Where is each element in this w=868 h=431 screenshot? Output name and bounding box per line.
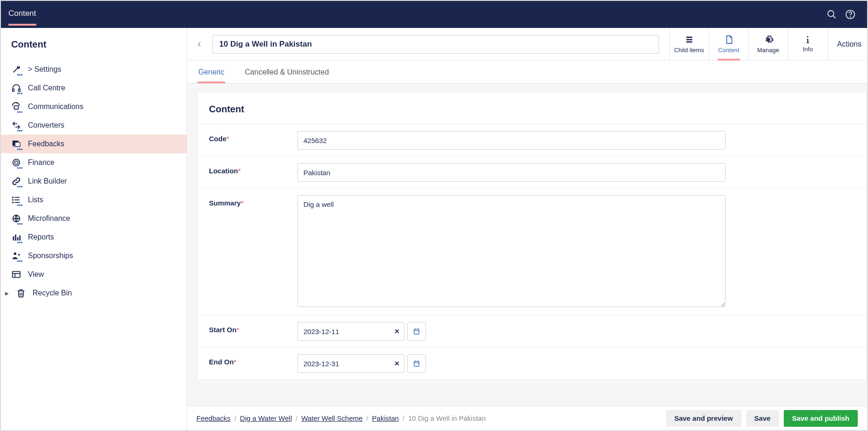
sidebar-item-label: Link Builder <box>28 177 67 185</box>
app-tab-label: Child items <box>674 47 704 54</box>
svg-rect-8 <box>15 142 20 146</box>
app-tab-info[interactable]: Info <box>788 28 828 60</box>
field-label-endon: End On* <box>209 354 297 366</box>
svg-rect-28 <box>686 37 692 38</box>
save-preview-button[interactable]: Save and preview <box>666 410 741 427</box>
app-tab-childitems[interactable]: Child items <box>669 28 709 60</box>
sidebar-item-label: Converters <box>28 121 64 130</box>
calendar-endon-button[interactable] <box>407 354 426 373</box>
endon-input[interactable] <box>297 354 404 373</box>
topbar: Content <box>1 1 867 28</box>
svg-point-14 <box>13 197 13 198</box>
breadcrumb: Feedbacks/ Dig a Water Well/ Water Well … <box>196 414 661 422</box>
calendar-starton-button[interactable] <box>407 322 426 341</box>
form-scroll[interactable]: Content Code* Location* <box>187 83 867 406</box>
field-starton: Start On* ✕ <box>198 315 867 347</box>
trash-icon <box>16 288 26 298</box>
globe-coin-icon <box>11 213 21 224</box>
summary-textarea[interactable] <box>297 195 726 307</box>
svg-rect-30 <box>686 41 692 43</box>
caret-right-icon: ▶ <box>5 291 9 296</box>
clear-starton-icon[interactable]: ✕ <box>394 328 400 335</box>
app-tab-label: Content <box>718 47 740 54</box>
list-icon <box>11 195 21 205</box>
title-input-wrap <box>212 28 669 60</box>
svg-point-0 <box>828 11 834 17</box>
svg-rect-21 <box>19 235 20 240</box>
app-tab-label: Info <box>803 46 813 53</box>
sidebar-item-converters[interactable]: Converters <box>1 116 187 135</box>
app-tab-content[interactable]: Content <box>709 28 748 60</box>
subtab-cancelled[interactable]: Cancelled & Uninstructed <box>244 61 330 83</box>
main-area: Content > Settings Call Centre <box>1 28 867 430</box>
field-label-location: Location* <box>209 163 297 175</box>
content-column: Child items Content Manage Info <box>187 28 867 430</box>
view-icon <box>11 269 21 280</box>
sidebar-item-settings[interactable]: > Settings <box>1 60 187 79</box>
sidebar-item-microfinance[interactable]: Microfinance <box>1 209 187 228</box>
subtab-generic[interactable]: Generic <box>197 61 225 83</box>
code-input[interactable] <box>297 131 726 150</box>
title-input[interactable] <box>212 35 659 54</box>
breadcrumb-link[interactable]: Pakistan <box>372 414 399 422</box>
sidebar-item-view[interactable]: View <box>1 265 187 284</box>
sub-tabs: Generic Cancelled & Uninstructed <box>187 61 867 83</box>
sidebar-item-label: Lists <box>28 196 43 204</box>
svg-rect-6 <box>14 106 18 109</box>
field-label-code: Code* <box>209 131 297 143</box>
card-title: Content <box>198 104 867 124</box>
reports-icon <box>11 232 21 242</box>
editor-header: Child items Content Manage Info <box>187 28 867 61</box>
sidebar-item-recyclebin[interactable]: ▶ Recycle Bin <box>1 284 187 302</box>
breadcrumb-link[interactable]: Feedbacks <box>196 414 230 422</box>
location-input[interactable] <box>297 163 726 182</box>
sidebar-item-linkbuilder[interactable]: Link Builder <box>1 172 187 191</box>
sidebar: Content > Settings Call Centre <box>1 28 187 430</box>
svg-rect-29 <box>686 39 692 41</box>
field-endon: End On* ✕ <box>198 347 867 379</box>
comms-icon <box>11 102 21 112</box>
topbar-tab-content[interactable]: Content <box>8 9 36 20</box>
sidebar-item-communications[interactable]: Communications <box>1 97 187 116</box>
app-tab-manage[interactable]: Manage <box>748 28 788 60</box>
clear-endon-icon[interactable]: ✕ <box>394 360 400 367</box>
svg-point-15 <box>13 199 13 200</box>
sidebar-item-callcentre[interactable]: Call Centre <box>1 79 187 97</box>
field-code: Code* <box>198 124 867 156</box>
help-icon[interactable] <box>841 5 860 24</box>
svg-rect-23 <box>13 272 20 278</box>
sidebar-item-label: Communications <box>28 103 83 111</box>
breadcrumb-link[interactable]: Water Well Scheme <box>301 414 363 422</box>
svg-point-31 <box>767 38 770 41</box>
save-publish-button[interactable]: Save and publish <box>784 410 858 427</box>
save-button[interactable]: Save <box>746 410 779 427</box>
sidebar-item-label: Sponsorships <box>28 252 73 260</box>
svg-point-9 <box>13 159 20 166</box>
headphones-icon <box>11 83 21 93</box>
sidebar-item-label: Finance <box>28 158 54 167</box>
converters-icon <box>11 120 21 130</box>
sidebar-item-reports[interactable]: Reports <box>1 228 187 246</box>
app-tabs: Child items Content Manage Info <box>669 28 828 60</box>
field-label-summary: Summary* <box>209 195 297 207</box>
actions-menu[interactable]: Actions <box>828 28 867 60</box>
starton-input[interactable] <box>297 322 404 341</box>
sponsor-icon <box>11 251 21 261</box>
svg-rect-19 <box>15 235 16 241</box>
back-button[interactable] <box>187 28 212 60</box>
field-summary: Summary* <box>198 188 867 315</box>
sidebar-item-sponsorships[interactable]: Sponsorships <box>1 246 187 265</box>
sidebar-item-lists[interactable]: Lists <box>1 191 187 209</box>
sidebar-item-label: Recycle Bin <box>33 289 72 297</box>
footer: Feedbacks/ Dig a Water Well/ Water Well … <box>187 406 867 430</box>
coin-icon <box>11 157 21 168</box>
feedback-icon <box>11 139 21 149</box>
breadcrumb-link[interactable]: Dig a Water Well <box>240 414 292 422</box>
sidebar-tree: > Settings Call Centre Communications <box>1 57 187 302</box>
search-icon[interactable] <box>822 5 841 24</box>
app-frame: Content Content > Settings <box>0 0 868 431</box>
sidebar-item-feedbacks[interactable]: Feedbacks <box>1 135 187 153</box>
svg-rect-32 <box>414 329 419 334</box>
sidebar-item-finance[interactable]: Finance <box>1 153 187 172</box>
svg-point-10 <box>14 161 18 164</box>
